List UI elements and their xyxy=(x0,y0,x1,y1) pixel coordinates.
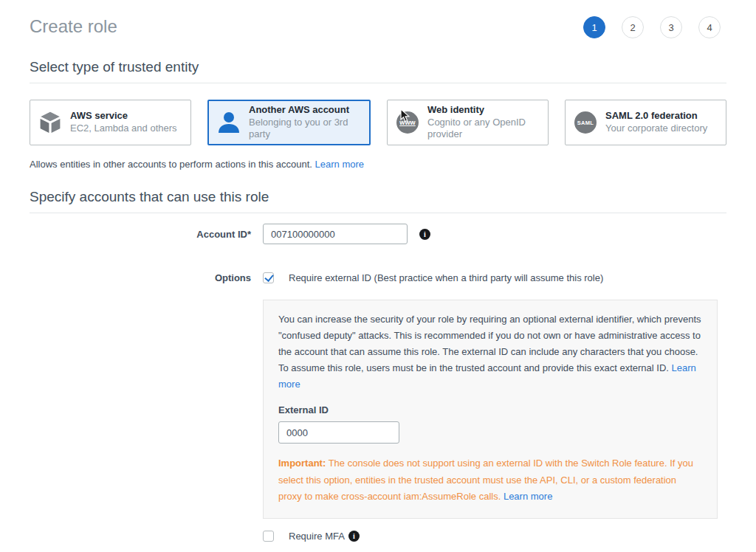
external-id-panel-body: You can increase the security of your ro… xyxy=(278,314,701,373)
accounts-heading: Specify accounts that can use this role xyxy=(30,189,726,213)
card-web-identity[interactable]: www Web identity Cognito or any OpenID p… xyxy=(387,100,549,145)
step-2: 2 xyxy=(622,16,644,38)
card-saml-federation[interactable]: SAML SAML 2.0 federation Your corporate … xyxy=(565,100,726,145)
account-id-label: Account ID* xyxy=(30,229,251,240)
mfa-info-icon[interactable] xyxy=(348,531,360,542)
saml-icon: SAML xyxy=(574,111,597,134)
step-3: 3 xyxy=(660,16,682,38)
account-id-row: Account ID* xyxy=(30,224,726,244)
external-id-panel: You can increase the security of your ro… xyxy=(263,300,718,519)
step-4-number: 4 xyxy=(707,22,712,33)
important-note: Important: The console does not support … xyxy=(278,455,702,504)
card-another-aws-account[interactable]: Another AWS account Belonging to you or … xyxy=(207,100,371,145)
require-external-id-label: Require external ID (Best practice when … xyxy=(289,272,603,283)
options-row: Options Require external ID (Best practi… xyxy=(30,272,726,283)
step-4: 4 xyxy=(698,16,721,38)
page-title: Create role xyxy=(30,16,117,37)
trusted-entity-cards: AWS service EC2, Lambda and others Anoth… xyxy=(30,100,726,145)
account-id-info-icon[interactable] xyxy=(419,229,430,240)
external-id-input[interactable] xyxy=(278,421,399,444)
card-web-identity-subtitle: Cognito or any OpenID provider xyxy=(427,117,543,142)
external-id-label: External ID xyxy=(278,404,702,415)
card-saml-federation-title: SAML 2.0 federation xyxy=(605,110,707,123)
require-external-id-checkbox[interactable] xyxy=(263,272,274,283)
card-aws-service-subtitle: EC2, Lambda and others xyxy=(70,123,177,135)
external-id-panel-text: You can increase the security of your ro… xyxy=(278,311,702,393)
step-2-number: 2 xyxy=(630,22,635,33)
card-another-aws-account-subtitle: Belonging to you or 3rd party xyxy=(249,117,365,142)
card-aws-service[interactable]: AWS service EC2, Lambda and others xyxy=(30,100,191,145)
require-mfa-label: Require MFA xyxy=(289,531,345,542)
progress-steps: 1 2 3 4 xyxy=(583,16,721,38)
trusted-entity-heading: Select type of trusted entity xyxy=(30,59,726,83)
entity-description-text: Allows entities in other accounts to per… xyxy=(30,159,312,170)
card-saml-federation-subtitle: Your corporate directory xyxy=(605,123,707,135)
step-3-number: 3 xyxy=(668,22,673,33)
step-1-number: 1 xyxy=(591,22,597,33)
create-role-page: Create role 1 2 3 4 Select type of trust… xyxy=(0,0,756,552)
card-another-aws-account-title: Another AWS account xyxy=(249,104,365,117)
step-1-active: 1 xyxy=(583,16,605,38)
cube-icon xyxy=(30,110,70,135)
card-aws-service-title: AWS service xyxy=(70,110,177,123)
important-learn-more-link[interactable]: Learn more xyxy=(504,491,552,502)
person-icon xyxy=(209,110,249,135)
www-icon: www xyxy=(396,111,419,134)
page-header: Create role 1 2 3 4 xyxy=(30,9,726,38)
entity-learn-more-link[interactable]: Learn more xyxy=(315,159,364,170)
account-form: Account ID* Options Require external ID … xyxy=(30,224,726,542)
card-web-identity-title: Web identity xyxy=(427,104,543,117)
important-label: Important: xyxy=(278,458,326,469)
entity-description: Allows entities in other accounts to per… xyxy=(30,159,726,170)
options-label: Options xyxy=(30,272,251,283)
important-text: The console does not support using an ex… xyxy=(278,458,693,501)
account-id-input[interactable] xyxy=(263,224,408,244)
mfa-row: Require MFA xyxy=(263,531,726,542)
require-mfa-checkbox[interactable] xyxy=(263,531,274,542)
